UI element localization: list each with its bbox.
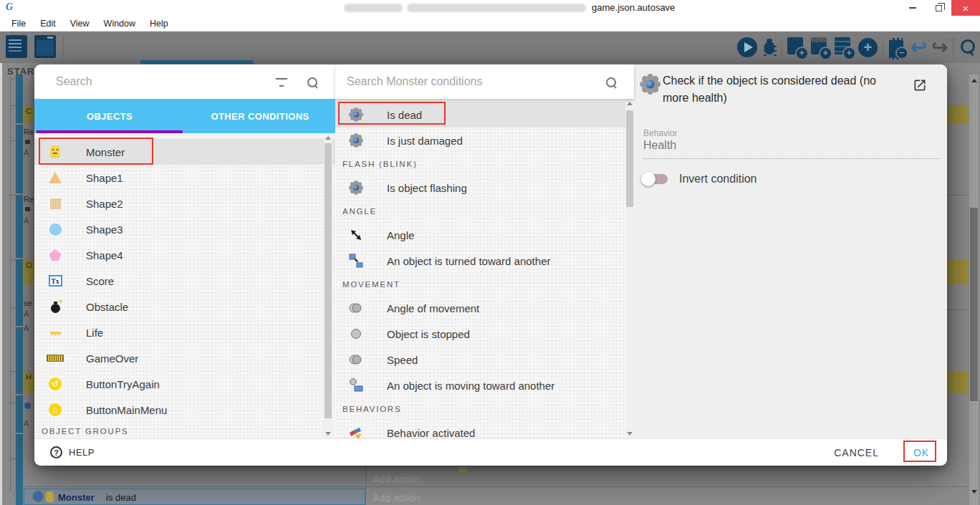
list-item-shape2[interactable]: Shape2 bbox=[34, 191, 335, 216]
remove-toolbar-icon[interactable] bbox=[888, 37, 905, 57]
menu-window[interactable]: Window bbox=[97, 16, 143, 32]
conditions-panel: Is dead Is just damaged FLASH (BLINK) Is… bbox=[335, 64, 634, 438]
events-scrollbar-thumb[interactable] bbox=[970, 208, 978, 401]
tab-other-conditions[interactable]: OTHER CONDITIONS bbox=[185, 99, 335, 133]
minimize-button[interactable] bbox=[900, 0, 926, 16]
section-angle: ANGLE bbox=[335, 201, 634, 222]
condition-moving-toward[interactable]: An object is moving toward another bbox=[335, 372, 634, 398]
toggle-knob[interactable] bbox=[641, 172, 655, 186]
objects-search-input[interactable] bbox=[34, 75, 276, 88]
square-icon bbox=[50, 198, 61, 209]
section-behaviors: BEHAVIORS bbox=[335, 398, 634, 420]
scroll-up-icon[interactable] bbox=[971, 79, 977, 82]
condition-is-dead[interactable]: Is dead bbox=[335, 102, 634, 128]
tab-objects[interactable]: OBJECTS bbox=[34, 99, 185, 133]
condition-angle-of-movement[interactable]: Angle of movement bbox=[335, 295, 634, 321]
condition-turned-toward[interactable]: An object is turned toward another bbox=[335, 248, 634, 274]
event-block-bar bbox=[16, 74, 23, 505]
play-icon[interactable] bbox=[737, 37, 757, 57]
pentagon-icon bbox=[49, 249, 62, 261]
list-item-score[interactable]: Tx Score bbox=[34, 268, 335, 294]
conditions-scrollbar[interactable] bbox=[625, 99, 634, 438]
menubar: File Edit View Window Help bbox=[0, 16, 980, 32]
selected-condition-row: Monster is dead bbox=[24, 489, 365, 505]
objects-scrollbar[interactable] bbox=[324, 133, 332, 438]
add-external-layout-icon[interactable] bbox=[835, 37, 853, 57]
menu-view[interactable]: View bbox=[63, 16, 97, 32]
bomb-icon bbox=[51, 304, 60, 313]
add-action-link: Add action bbox=[373, 492, 420, 504]
project-manager-icon[interactable] bbox=[6, 35, 27, 58]
add-scene-icon[interactable] bbox=[787, 37, 806, 57]
double-circles-icon bbox=[347, 347, 365, 372]
list-item-gameover[interactable]: GameOver bbox=[34, 345, 335, 371]
add-action-link: Add action bbox=[373, 473, 420, 485]
moving-toward-icon bbox=[347, 372, 365, 398]
search-events-icon[interactable] bbox=[959, 38, 976, 57]
redo-icon[interactable] bbox=[931, 36, 948, 59]
list-item-buttontryagain[interactable]: ButtonTryAgain bbox=[34, 371, 335, 397]
behavior-gear-icon bbox=[350, 182, 362, 193]
condition-speed[interactable]: Speed bbox=[335, 347, 634, 372]
restore-button[interactable] bbox=[926, 0, 951, 16]
window-title: game.json.autosave bbox=[592, 2, 675, 13]
list-item-shape3[interactable]: Shape3 bbox=[34, 216, 335, 242]
list-item-buttonmainmenu[interactable]: ButtonMainMenu bbox=[34, 397, 335, 423]
scene-tab-indicator bbox=[140, 60, 254, 64]
list-item-monster[interactable]: Monster bbox=[34, 139, 335, 165]
condition-object-is-stopped[interactable]: Object is stopped bbox=[335, 321, 634, 347]
behavior-field-underline bbox=[643, 158, 940, 159]
toolbar-separator bbox=[782, 37, 782, 58]
behavior-colored-icon bbox=[347, 420, 365, 438]
debug-icon[interactable] bbox=[762, 37, 777, 57]
comment-event: C bbox=[24, 105, 34, 124]
list-item-shape4[interactable]: Shape4 bbox=[34, 242, 335, 268]
scroll-up-icon[interactable] bbox=[325, 136, 331, 140]
scene-editor-icon[interactable] bbox=[34, 35, 56, 58]
help-button[interactable]: HELP bbox=[50, 446, 95, 458]
scrollbar-thumb[interactable] bbox=[325, 143, 332, 418]
scrollbar-thumb[interactable] bbox=[626, 110, 633, 207]
comment-event bbox=[947, 105, 969, 124]
list-item-life[interactable]: Life bbox=[34, 319, 335, 345]
toolbar bbox=[0, 32, 980, 63]
list-item-shape1[interactable]: Shape1 bbox=[34, 165, 335, 191]
add-external-events-icon[interactable] bbox=[811, 37, 830, 57]
condition-is-just-damaged[interactable]: Is just damaged bbox=[335, 128, 634, 153]
conditions-search-input[interactable] bbox=[335, 75, 606, 88]
scroll-down-icon[interactable] bbox=[627, 432, 633, 436]
toolbar-separator bbox=[63, 36, 64, 57]
menu-edit[interactable]: Edit bbox=[33, 16, 63, 32]
comment-event: H bbox=[24, 371, 34, 394]
close-button[interactable] bbox=[951, 0, 980, 16]
scroll-down-icon[interactable] bbox=[971, 490, 977, 494]
condition-angle[interactable]: Angle bbox=[335, 222, 634, 248]
comment-event bbox=[947, 259, 969, 284]
text-object-icon: Tx bbox=[49, 275, 62, 287]
behavior-gear-icon bbox=[350, 135, 362, 146]
undo-icon[interactable] bbox=[911, 36, 927, 59]
invert-condition-label: Invert condition bbox=[679, 173, 757, 186]
single-circle-icon bbox=[347, 321, 365, 347]
scroll-down-icon[interactable] bbox=[325, 432, 331, 436]
condition-behavior-activated[interactable]: Behavior activated bbox=[335, 420, 634, 438]
menu-help[interactable]: Help bbox=[143, 16, 176, 32]
menu-file[interactable]: File bbox=[4, 16, 33, 32]
search-icon bbox=[606, 77, 615, 87]
circle-icon bbox=[49, 223, 62, 236]
behavior-field-value[interactable]: Health bbox=[643, 139, 676, 152]
cancel-button[interactable]: CANCEL bbox=[834, 447, 879, 458]
home-button-icon bbox=[49, 403, 62, 416]
monster-icon bbox=[50, 145, 60, 158]
open-in-new-icon[interactable] bbox=[913, 78, 927, 92]
list-item-obstacle[interactable]: Obstacle bbox=[34, 294, 335, 319]
ok-button[interactable]: OK bbox=[913, 447, 929, 458]
condition-is-object-flashing[interactable]: Is object flashing bbox=[335, 175, 634, 201]
left-panel-edge bbox=[0, 63, 2, 505]
redacted-path-block bbox=[407, 4, 586, 12]
add-extension-icon[interactable] bbox=[858, 38, 878, 57]
double-circles-icon bbox=[347, 295, 365, 321]
filter-icon[interactable] bbox=[276, 77, 287, 87]
scroll-up-icon[interactable] bbox=[627, 102, 633, 105]
invert-condition-toggle[interactable] bbox=[643, 174, 668, 184]
